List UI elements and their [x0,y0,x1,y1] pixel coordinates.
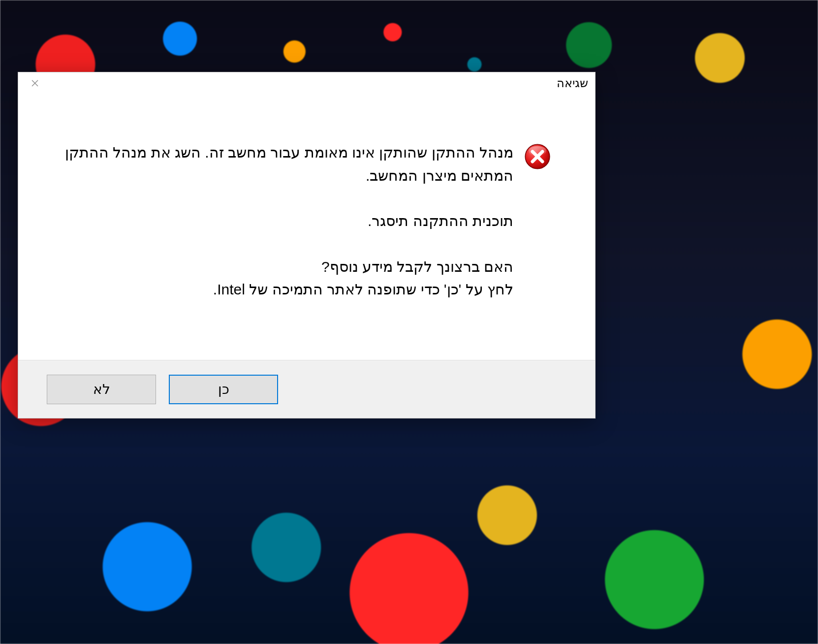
close-button[interactable] [25,75,45,91]
dialog-title: שגיאה [557,76,588,90]
dialog-content: מנהל ההתקן שהותקן אינו מאומת עבור מחשב ז… [18,94,595,360]
close-icon [31,80,38,87]
yes-button[interactable]: כן [169,375,278,404]
message-line-2: תוכנית ההתקנה תיסגר. [63,210,513,233]
error-dialog: שגיאה [18,72,596,419]
message-line-1: מנהל ההתקן שהותקן אינו מאומת עבור מחשב ז… [63,141,513,187]
no-button[interactable]: לא [47,375,156,404]
dialog-titlebar: שגיאה [18,72,595,94]
message-line-3: האם ברצונך לקבל מידע נוסף? [63,256,513,279]
error-icon [524,143,551,170]
dialog-message: מנהל ההתקן שהותקן אינו מאומת עבור מחשב ז… [63,141,513,301]
message-line-4: לחץ על 'כן' כדי שתופנה לאתר התמיכה של In… [63,278,513,301]
dialog-button-bar: כן לא [18,360,595,418]
